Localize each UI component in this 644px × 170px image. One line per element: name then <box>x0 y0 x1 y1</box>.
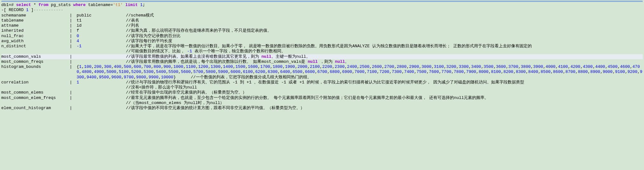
table-row: n_distinct| -1//如果大于零，就是在字段中唯一数值的估计数目。如果… <box>1 44 643 49</box>
field-name: inherited <box>1 28 70 33</box>
field-comment: //最常见元素值的频率列表，也就是，至少包含一个给定值的实例的行的分数。 每个元… <box>126 95 643 101</box>
field-comment: //如果大于零，就是在字段中唯一数值的估计数目。如果小于零， 就是唯一数值的数目… <box>126 44 643 49</box>
eq: = <box>110 3 113 8</box>
sql-input-line: db1=# select * from pg_stats where table… <box>1 3 643 8</box>
column-separator: | <box>70 34 77 39</box>
rec-num: 1 <box>26 8 29 13</box>
column-separator: | <box>70 13 77 18</box>
table-row-continuation: //（当most_common_elems 为null时，为null） <box>1 101 643 106</box>
field-value: t1 <box>77 18 126 23</box>
limit-n: 1 <box>140 3 143 8</box>
field-comment: //该字段最常用数值的频率，也就是说，每个出现的次数除以行数。 如果most_c… <box>126 59 643 64</box>
rec-dashes: ------------ <box>33 8 63 13</box>
column-separator: | <box>70 44 77 49</box>
table-row: tablename| t1//表名 <box>1 18 643 23</box>
table-row: schemaname| public//schema模式 <box>1 13 643 18</box>
table-row: inherited| f//如果为真，那么说明还字段存在包是继承而来的子字段，不… <box>1 28 643 33</box>
star: * <box>33 3 36 8</box>
field-comment: //该字段每行的平均长度 <box>126 39 643 44</box>
field-value: f <box>77 28 126 33</box>
kw-limit: limit <box>125 3 138 8</box>
kw-from: from <box>38 3 48 8</box>
field-comment: //该字段为空记录数的百分比 <box>126 34 643 39</box>
field-value: 4 <box>77 39 126 44</box>
table-row: avg_width| 4//该字段每行的平均长度 <box>1 39 643 44</box>
rec-prefix: -[ RECORD <box>1 8 26 13</box>
cond-val: 't1' <box>113 3 123 8</box>
field-name: attname <box>1 23 70 28</box>
table-row: null_frac| 0//该字段为空记录数的百分比 <box>1 34 643 39</box>
table-row-continuation: //可能值数目的情况下。比如， -1 表示一个唯一字段，独立数值的个数和行数相同… <box>1 49 643 54</box>
column-separator: | <box>70 18 77 23</box>
field-comment: //该字段最常用数值的列表。如果看上去没有啥数值比其它更常见，则为 null。主… <box>126 54 643 59</box>
field-name: elem_count_histogram <box>1 106 70 111</box>
table-row-continuation: //没有<操作符，那么这个字段为null <box>1 85 643 90</box>
field-comment: //如果为真，那么说明还字段存在包是继承而来的子字段，不只是指定表的值。 <box>126 28 643 33</box>
column-separator: | <box>70 64 77 69</box>
rows-container: schemaname| public//schema模式tablename| t… <box>1 13 643 111</box>
record-header: -[ RECORD 1 ] ------------ <box>1 8 643 13</box>
field-comment: //统计与字段值的物理行序和逻辑行序有关。它的范围从 -1 到 +1 。在数值接… <box>126 80 643 85</box>
table-row: most_common_elems| //经常在字段值中出现的非空元素值的列表。… <box>1 90 643 95</box>
table-row: most_common_vals| //该字段最常用数值的列表。如果看上去没有啥… <box>1 54 643 59</box>
field-name: most_common_elem_freqs <box>1 95 70 101</box>
column-separator: | <box>70 95 77 101</box>
field-name: n_distinct <box>1 44 70 49</box>
field-value: -1 <box>77 44 126 49</box>
kw-where: where <box>73 3 86 8</box>
field-name: null_frac <box>1 34 70 39</box>
field-name: most_common_vals <box>1 54 70 59</box>
field-comment: //表名 <box>126 18 643 23</box>
field-comment: //该字段中值的不同非空元素值的统计直方图，跟着不同非空元素的平均值。（标量类型… <box>126 106 643 111</box>
table-row: correlation| 1//统计与字段值的物理行序和逻辑行序有关。它的范围从… <box>1 80 643 85</box>
column-separator: | <box>70 106 77 111</box>
window-titlebar <box>1 1 643 2</box>
prompt: db1=# <box>1 3 16 8</box>
field-value: id <box>77 23 126 28</box>
column-separator: | <box>70 90 77 95</box>
column-separator: | <box>70 54 77 59</box>
field-comment: //列名 <box>126 23 643 28</box>
table-row: attname| id//列名 <box>1 23 643 28</box>
field-name: correlation <box>1 80 70 85</box>
field-comment: //经常在字段值中出现的非空元素值的列表。（标量类型为空。） <box>126 90 643 95</box>
field-name: schemaname <box>1 13 70 18</box>
kw-select: select <box>16 3 31 8</box>
table-row: most_common_elem_freqs| //最常见元素值的频率列表，也就… <box>1 95 643 101</box>
histogram-values: {1,100,200,300,400,500,600,700,800,900,1… <box>77 64 643 80</box>
field-value: public <box>77 13 126 18</box>
terminal-output: db1=# select * from pg_stats where table… <box>0 0 644 113</box>
field-name: tablename <box>1 18 70 23</box>
column-separator: | <box>70 59 77 64</box>
field-value: 1 <box>77 80 126 85</box>
table-row: most_common_freqs| //该字段最常用数值的频率，也就是说，每个… <box>1 59 643 64</box>
table-row: elem_count_histogram| //该字段中值的不同非空元素值的统计… <box>1 106 643 111</box>
field-value: 0 <box>77 34 126 39</box>
column-separator: | <box>70 80 77 85</box>
field-name: histogram_bounds <box>1 64 70 69</box>
table-row: histogram_bounds| {1,100,200,300,400,500… <box>1 64 643 80</box>
column-separator: | <box>70 39 77 44</box>
field-name: most_common_elems <box>1 90 70 95</box>
semicolon: ; <box>143 3 145 8</box>
cond-col: tablename <box>88 3 110 8</box>
field-comment: //schema模式 <box>126 13 643 18</box>
rec-suffix: ] <box>29 8 34 13</box>
field-value: {1,100,200,300,400,500,600,700,800,900,1… <box>77 64 643 80</box>
field-name: avg_width <box>1 39 70 44</box>
column-separator: | <box>70 23 77 28</box>
src-table: pg_stats <box>51 3 71 8</box>
field-name: most_common_freqs <box>1 59 70 64</box>
column-separator: | <box>70 28 77 33</box>
